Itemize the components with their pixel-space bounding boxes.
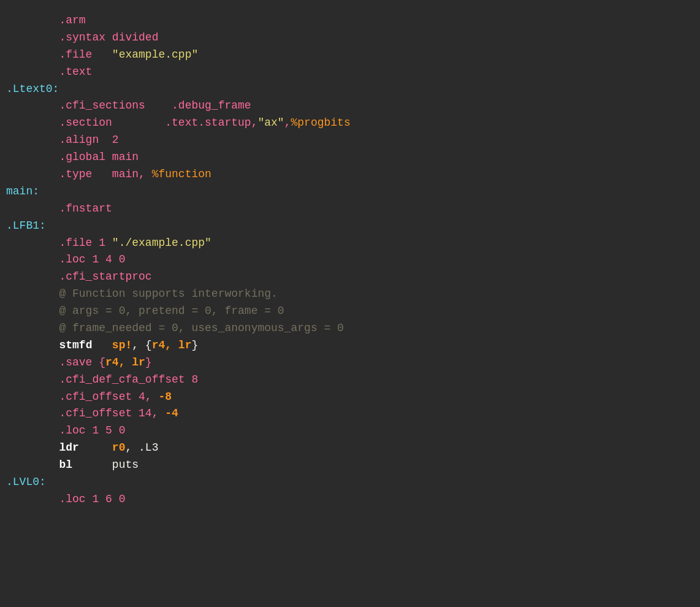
code-line: ldr r0, .L3 [0, 440, 700, 457]
code-segment: stmfd [59, 339, 92, 351]
code-segment: puts [112, 459, 139, 471]
code-segment [6, 441, 59, 454]
code-segment: .cfi_offset 4, [6, 391, 158, 403]
code-segment: , { [132, 339, 151, 351]
code-segment: -4 [165, 407, 178, 419]
code-segment: r4, lr [152, 339, 192, 351]
code-segment: .loc 1 5 0 [6, 424, 125, 437]
code-segment: .syntax divided [6, 31, 158, 44]
code-segment [79, 441, 112, 454]
code-segment: "example.cpp" [112, 48, 198, 61]
code-segment: } [191, 339, 198, 351]
code-segment: .type main, [6, 168, 152, 180]
code-segment: , [284, 116, 291, 129]
code-segment [92, 339, 112, 351]
code-line: .cfi_startproc [0, 269, 700, 286]
code-segment: .Ltext0: [6, 83, 59, 95]
code-segment: @ Function supports interworking. [6, 288, 278, 300]
code-line: .LVL0: [0, 474, 700, 491]
code-line: .file "example.cpp" [0, 47, 700, 64]
code-line: .save {r4, lr} [0, 354, 700, 372]
code-segment: "./example.cpp" [112, 237, 211, 249]
code-segment: .cfi_offset 14, [6, 407, 165, 419]
code-segment: .save { [6, 356, 105, 368]
code-line: @ args = 0, pretend = 0, frame = 0 [0, 303, 700, 320]
code-segment: r4, lr [105, 356, 145, 368]
code-segment: @ frame_needed = 0, uses_anonymous_args … [6, 322, 344, 334]
code-segment: , .L3 [125, 441, 158, 454]
code-line: .loc 1 4 0 [0, 251, 700, 269]
code-line: .cfi_offset 4, -8 [0, 389, 700, 406]
code-line: .cfi_offset 14, -4 [0, 405, 700, 422]
code-line: .loc 1 6 0 [0, 491, 700, 508]
code-line: stmfd sp!, {r4, lr} [0, 337, 700, 354]
code-segment: .global main [6, 151, 139, 163]
code-line: bl puts [0, 457, 700, 474]
code-viewer: .arm .syntax divided .file "example.cpp"… [0, 6, 700, 514]
code-segment: .arm [6, 14, 86, 26]
code-line: .section .text.startup,"ax",%progbits [0, 115, 700, 132]
code-segment: @ args = 0, pretend = 0, frame = 0 [6, 305, 284, 317]
code-line: .LFB1: [0, 218, 700, 235]
code-line: .fnstart [0, 200, 700, 218]
code-segment [6, 339, 59, 351]
code-segment: .cfi_def_cfa_offset 8 [6, 373, 198, 386]
code-line: @ Function supports interworking. [0, 286, 700, 303]
code-segment: } [145, 356, 152, 368]
code-segment: .align 2 [6, 134, 119, 146]
code-line: .file 1 "./example.cpp" [0, 235, 700, 252]
code-segment: .section .text.startup, [6, 116, 257, 129]
code-line: @ frame_needed = 0, uses_anonymous_args … [0, 320, 700, 337]
code-line: .align 2 [0, 132, 700, 149]
code-segment: .loc 1 4 0 [6, 253, 125, 265]
code-segment: bl [59, 459, 72, 471]
code-line: .global main [0, 149, 700, 166]
code-line: .type main, %function [0, 166, 700, 183]
code-segment [72, 459, 112, 471]
code-segment: -8 [158, 391, 172, 403]
code-segment: .text [6, 66, 92, 78]
code-segment: .LFB1: [6, 220, 46, 232]
code-segment: sp! [112, 339, 132, 351]
code-line: .loc 1 5 0 [0, 422, 700, 440]
code-segment: .file 1 [6, 237, 112, 249]
code-segment: .cfi_startproc [6, 270, 152, 283]
code-line: main: [0, 183, 700, 200]
code-segment: .cfi_sections .debug_frame [6, 99, 251, 112]
code-segment: "ax" [257, 116, 284, 129]
code-line: .Ltext0: [0, 81, 700, 98]
code-segment: .LVL0: [6, 476, 46, 488]
code-segment: %function [152, 168, 211, 180]
code-segment: .loc 1 6 0 [6, 493, 125, 505]
code-segment [6, 459, 59, 471]
code-line: .text [0, 64, 700, 81]
code-line: .arm [0, 12, 700, 29]
code-segment: ldr [59, 441, 78, 454]
code-segment: %progbits [291, 116, 351, 129]
code-segment: r0 [112, 441, 126, 454]
code-line: .cfi_def_cfa_offset 8 [0, 372, 700, 389]
code-segment: main: [6, 185, 39, 197]
code-line: .cfi_sections .debug_frame [0, 97, 700, 115]
code-line: .syntax divided [0, 29, 700, 47]
code-segment: .fnstart [6, 202, 112, 215]
code-segment: .file [6, 48, 112, 61]
